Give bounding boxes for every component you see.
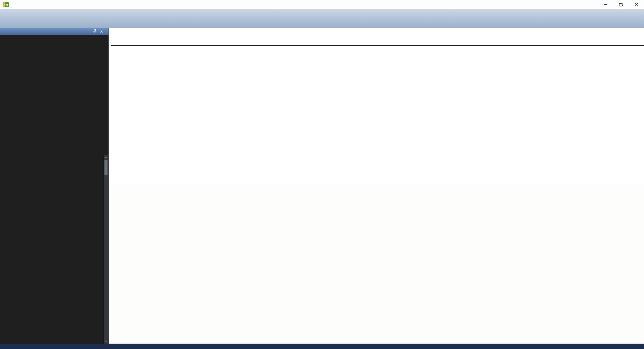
page-title [109,30,644,45]
app-logo-icon: log [3,2,9,7]
close-panel-icon[interactable]: ✕ [99,29,104,34]
file-tree: ▲ ▼ [0,155,109,344]
pin-icon[interactable] [92,29,97,34]
menu-list-header: ✕ [0,28,109,35]
status-bar [0,344,644,349]
minimize-button[interactable] [598,0,613,9]
logpro-window: { "window": { "title": "LogPro - S1516MJ… [0,0,644,349]
restore-icon [619,3,623,6]
menu-list [0,35,109,155]
logs-graph [109,185,644,344]
scroll-up-icon[interactable]: ▲ [104,156,108,159]
tree-scrollbar[interactable]: ▲ ▼ [103,155,108,344]
curves-canvas[interactable] [109,185,644,344]
channel-stats-table [111,45,644,46]
maximize-button[interactable] [613,0,629,9]
scroll-down-icon[interactable]: ▼ [104,340,108,343]
title-bar: log [0,0,644,9]
scrollbar-thumb[interactable] [104,160,108,175]
main-toolbar [0,9,644,28]
close-button[interactable] [629,0,644,9]
close-icon [635,3,638,6]
minimize-icon [604,3,607,6]
sidebar: ✕ ▲ ▼ [0,28,109,344]
pin-glyph-icon [93,29,96,33]
